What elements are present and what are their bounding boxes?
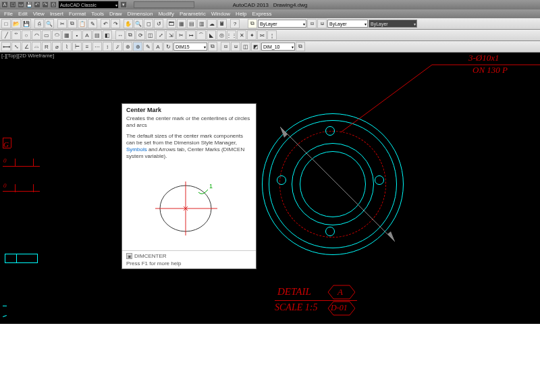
tolerance-icon[interactable]: ⊕ (123, 42, 132, 51)
menu-format[interactable]: Format (69, 11, 86, 17)
dim-arc-icon[interactable]: ⌓ (32, 42, 41, 51)
layer-iso-btn[interactable]: ⧇ (317, 19, 327, 28)
tooltip-link[interactable]: Symbols (126, 146, 147, 152)
ellipse-icon[interactable]: ⬭ (52, 30, 61, 40)
title-search-input[interactable] (134, 1, 194, 8)
fillet-icon[interactable]: ⌒ (196, 30, 206, 40)
qat-btn[interactable]: A (1, 1, 8, 8)
dim-continue-icon[interactable]: ⋯ (92, 42, 102, 51)
menu-edit[interactable]: Edit (18, 11, 28, 17)
menu-modify[interactable]: Modify (158, 11, 174, 17)
dimstyle-combo-2[interactable]: DIM_10 (261, 43, 295, 51)
circle-icon[interactable]: ○ (22, 30, 31, 40)
dim-angular-icon[interactable]: ∠ (22, 42, 31, 51)
pan-btn[interactable]: ✋ (124, 19, 133, 28)
open-btn[interactable]: 📂 (11, 19, 21, 28)
join-icon[interactable]: ⫘ (257, 30, 267, 40)
offset-icon[interactable]: ◎ (217, 30, 226, 40)
zoom-window-btn[interactable]: ◻ (144, 19, 153, 28)
undo-btn[interactable]: ↶ (101, 19, 110, 28)
menu-parametric[interactable]: Parametric (180, 11, 206, 17)
hatch-icon[interactable]: ▦ (62, 30, 72, 40)
workspace-combo[interactable]: AutoCAD Classic (58, 1, 119, 9)
menu-express[interactable]: Express (252, 11, 272, 17)
dim-break-icon[interactable]: ⫽ (113, 42, 122, 51)
plot-btn[interactable]: ⎙ (34, 19, 44, 28)
erase-icon[interactable]: ✕ (237, 30, 246, 40)
arc-icon[interactable]: ◠ (32, 30, 41, 40)
chamfer-icon[interactable]: ◣ (207, 30, 216, 40)
zoom-btn[interactable]: 🔍 (134, 19, 143, 28)
copy-obj-icon[interactable]: ⧉ (126, 30, 135, 40)
trim-icon[interactable]: ✂ (176, 30, 186, 40)
mirror-icon[interactable]: ◫ (146, 30, 155, 40)
text-icon[interactable]: A (82, 30, 92, 40)
break-icon[interactable]: ¦ (267, 30, 277, 40)
layer-combo[interactable]: ByLayer (258, 20, 306, 28)
layer-prop-btn[interactable]: ⧉ (248, 19, 257, 28)
dim-jogged-icon[interactable]: ⌇ (62, 42, 72, 51)
centermark-icon[interactable]: ⊕ (133, 42, 142, 51)
copy-btn[interactable]: ⧉ (68, 19, 77, 28)
menu-file[interactable]: File (4, 11, 13, 17)
zoom-prev-btn[interactable]: ↺ (154, 19, 163, 28)
dimstyle-combo-1[interactable]: DIM15 (173, 43, 207, 51)
menu-tools[interactable]: Tools (91, 11, 104, 17)
dim-radius-icon[interactable]: R (42, 42, 51, 51)
constraint3-icon[interactable]: ◫ (241, 42, 250, 51)
redo-icon[interactable]: ↷ (42, 1, 49, 8)
match-btn[interactable]: ✎ (88, 19, 97, 28)
point-icon[interactable]: • (72, 30, 82, 40)
new-btn[interactable]: □ (1, 19, 11, 28)
rotate-icon[interactable]: ⟳ (136, 30, 145, 40)
menu-window[interactable]: Window (211, 11, 230, 17)
dim-diameter-icon[interactable]: ⌀ (52, 42, 61, 51)
stretch-icon[interactable]: ⇲ (166, 30, 176, 40)
dim-linear-icon[interactable]: ⟷ (1, 42, 11, 51)
linetype-combo[interactable]: ByLayer (369, 20, 417, 28)
help-btn[interactable]: ? (230, 19, 240, 28)
tool-palette-btn[interactable]: ▤ (187, 19, 196, 28)
undo-icon[interactable]: ↶ (34, 1, 40, 8)
dimstyle-icon[interactable]: ⧉ (208, 42, 217, 51)
rectangle-icon[interactable]: ▭ (42, 30, 51, 40)
move-icon[interactable]: ↔ (115, 30, 125, 40)
workspace-settings-icon[interactable]: ▾ (120, 1, 127, 8)
properties-btn[interactable]: 🗔 (167, 19, 176, 28)
constraint-icon[interactable]: ⧈ (221, 42, 230, 51)
quickcalc-btn[interactable]: 🖩 (217, 19, 227, 28)
constraint4-icon[interactable]: ◩ (251, 42, 261, 51)
table-icon[interactable]: ▤ (92, 30, 102, 40)
dim-aligned-icon[interactable]: ⤡ (11, 42, 21, 51)
region-icon[interactable]: ◧ (103, 30, 112, 40)
color-combo[interactable]: ByLayer (327, 20, 368, 28)
preview-btn[interactable]: 🔍 (45, 19, 54, 28)
drawing-canvas[interactable]: [-][Top][2D Wireframe] G 0 0 20.00 (0, 53, 540, 324)
design-center-btn[interactable]: ▦ (177, 19, 186, 28)
dim-tedit-icon[interactable]: A (153, 42, 163, 51)
layer-state-btn[interactable]: ⧈ (307, 19, 317, 28)
new-icon[interactable]: □ (9, 1, 16, 8)
save-btn[interactable]: 💾 (22, 19, 31, 28)
viewport-label[interactable]: [-][Top][2D Wireframe] (1, 53, 54, 59)
print-icon[interactable]: ⎙ (50, 1, 57, 8)
array-icon[interactable]: ⋮⋮ (227, 30, 236, 40)
line-icon[interactable]: ╱ (1, 30, 11, 40)
polyline-icon[interactable]: ⺌ (11, 30, 21, 40)
explode-icon[interactable]: ✦ (247, 30, 256, 40)
open-icon[interactable]: ▭ (18, 1, 24, 8)
redo-btn[interactable]: ↷ (111, 19, 120, 28)
paste-btn[interactable]: 📋 (78, 19, 87, 28)
scale-icon[interactable]: ⤢ (156, 30, 165, 40)
dim-baseline-icon[interactable]: ≡ (82, 42, 92, 51)
dimstyle2-icon[interactable]: ⧉ (296, 42, 305, 51)
menu-draw[interactable]: Draw (109, 11, 122, 17)
constraint2-icon[interactable]: ⧇ (231, 42, 240, 51)
menu-dimension[interactable]: Dimension (128, 11, 153, 17)
sheet-set-btn[interactable]: ▥ (197, 19, 207, 28)
dim-update-icon[interactable]: ↻ (163, 42, 173, 51)
dim-space-icon[interactable]: ↕ (103, 42, 112, 51)
dim-ordinate-icon[interactable]: ⊢ (72, 42, 82, 51)
extend-icon[interactable]: ↦ (186, 30, 196, 40)
markup-btn[interactable]: ☁ (207, 19, 217, 28)
